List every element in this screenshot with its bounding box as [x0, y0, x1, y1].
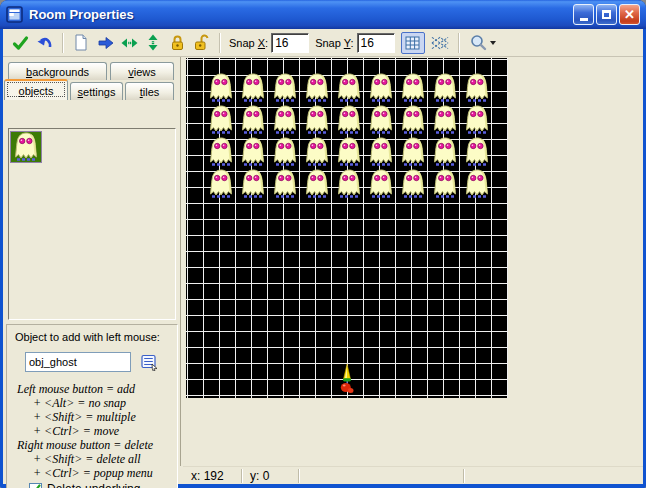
ghost-sprite-icon [368, 169, 394, 199]
ghost-instance[interactable] [432, 137, 458, 167]
ghost-instance[interactable] [432, 73, 458, 103]
ghost-instance[interactable] [336, 169, 362, 199]
lock-closed-icon [169, 34, 186, 51]
tab-backgrounds[interactable]: backgrounds [8, 62, 107, 80]
ghost-instance[interactable] [208, 73, 234, 103]
ghost-sprite-icon [336, 73, 362, 103]
title-bar[interactable]: Room Properties ✕ [0, 0, 646, 29]
ghost-sprite-icon [208, 105, 234, 135]
ghost-instance[interactable] [432, 169, 458, 199]
maximize-button[interactable] [596, 4, 617, 25]
snap-y-label: Snap Y: [315, 37, 353, 49]
ghost-instance[interactable] [368, 105, 394, 135]
tab-tiles[interactable]: tiles [125, 82, 174, 100]
snap-x-input[interactable] [271, 33, 309, 53]
ghost-sprite-icon [272, 73, 298, 103]
ghost-instance[interactable] [208, 137, 234, 167]
stretch-vertical-button[interactable] [144, 34, 162, 52]
ghost-instance[interactable] [304, 137, 330, 167]
ghost-instance[interactable] [240, 137, 266, 167]
minimize-button[interactable] [573, 4, 594, 25]
ghost-sprite-icon [336, 137, 362, 167]
ghost-instance[interactable] [368, 73, 394, 103]
ghost-sprite-icon [400, 73, 426, 103]
ghost-sprite-icon [304, 73, 330, 103]
ghost-sprite-icon [208, 73, 234, 103]
ghost-instance[interactable] [400, 105, 426, 135]
ghost-instance[interactable] [368, 137, 394, 167]
ghost-instance[interactable] [272, 73, 298, 103]
room-canvas[interactable] [186, 58, 508, 398]
mouse-help-text: Left mouse button = add + <Alt> = no sna… [17, 382, 175, 480]
ghost-sprite-icon [464, 105, 490, 135]
ghost-instance[interactable] [304, 169, 330, 199]
ghost-instance[interactable] [336, 73, 362, 103]
ghost-instance[interactable] [464, 169, 490, 199]
tab-label: tiles [140, 86, 160, 98]
toolbar-separator [62, 33, 63, 53]
ghost-sprite-icon [336, 169, 362, 199]
magnifier-icon [469, 34, 497, 51]
ghost-sprite-icon [208, 137, 234, 167]
ghost-instance[interactable] [304, 105, 330, 135]
ghost-instance[interactable] [272, 137, 298, 167]
ghost-instance[interactable] [400, 73, 426, 103]
toolbar: Snap X: Snap Y: [3, 29, 643, 57]
window-title: Room Properties [29, 7, 571, 22]
ghost-instance[interactable] [400, 137, 426, 167]
status-bar: x: 192 y: 0 [183, 466, 643, 484]
delete-underlying-checkbox[interactable] [29, 483, 42, 488]
object-thumbnail-obj-ghost[interactable] [10, 131, 42, 163]
object-name-field[interactable] [25, 352, 131, 372]
ghost-instance[interactable] [240, 105, 266, 135]
tab-views[interactable]: views [110, 62, 174, 80]
ghost-instance[interactable] [240, 169, 266, 199]
new-page-icon [73, 34, 89, 51]
ghost-sprite-icon [240, 73, 266, 103]
ghost-instance[interactable] [464, 105, 490, 135]
tab-label: settings [78, 86, 116, 98]
lock-open-icon [193, 34, 210, 51]
zoom-dropdown-button[interactable] [468, 34, 498, 52]
undo-icon [36, 35, 53, 51]
ghost-sprite-icon [304, 169, 330, 199]
marker-instance[interactable] [340, 364, 354, 394]
tab-settings[interactable]: settings [70, 82, 123, 100]
ghost-sprite-icon [432, 105, 458, 135]
lock-open-button[interactable] [192, 34, 210, 52]
ghost-instance[interactable] [400, 169, 426, 199]
ghost-instance[interactable] [208, 169, 234, 199]
tab-objects[interactable]: objects [4, 79, 68, 100]
ghost-instance[interactable] [272, 105, 298, 135]
stretch-horizontal-button[interactable] [120, 34, 138, 52]
undo-button[interactable] [35, 34, 53, 52]
ghost-sprite-icon [13, 132, 39, 162]
snap-y-input[interactable] [357, 33, 395, 53]
ok-check-button[interactable] [11, 34, 29, 52]
ghost-instance[interactable] [304, 73, 330, 103]
room-window-icon [6, 6, 23, 23]
minimize-icon [580, 18, 588, 21]
arrow-right-icon [97, 35, 114, 51]
tab-label: backgrounds [26, 66, 89, 78]
room-properties-window: Room Properties ✕ [0, 0, 646, 488]
ghost-instance[interactable] [240, 73, 266, 103]
ghost-instance[interactable] [464, 73, 490, 103]
isometric-toggle-button[interactable] [431, 34, 449, 52]
object-menu-button[interactable] [141, 354, 158, 371]
new-page-button[interactable] [72, 34, 90, 52]
ghost-instance[interactable] [272, 169, 298, 199]
ghost-instance[interactable] [208, 105, 234, 135]
close-button[interactable]: ✕ [619, 4, 640, 25]
ghost-instance[interactable] [336, 105, 362, 135]
grid-toggle-button[interactable] [401, 32, 425, 54]
ghost-instance[interactable] [336, 137, 362, 167]
ghost-instance[interactable] [464, 137, 490, 167]
ghost-instance[interactable] [368, 169, 394, 199]
object-list-panel[interactable] [8, 128, 176, 320]
ghost-sprite-icon [464, 73, 490, 103]
lock-closed-button[interactable] [168, 34, 186, 52]
shift-room-button[interactable] [96, 34, 114, 52]
ghost-sprite-icon [432, 73, 458, 103]
ghost-instance[interactable] [432, 105, 458, 135]
